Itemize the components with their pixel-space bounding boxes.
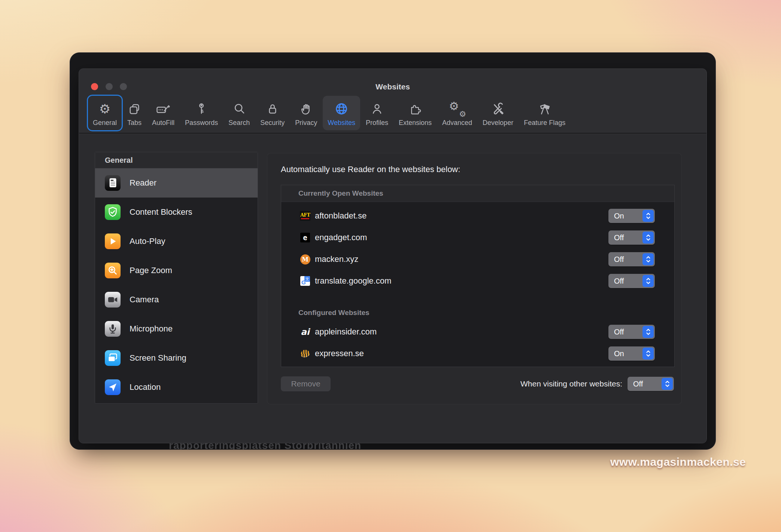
- website-row-aftonbladet.se[interactable]: AFT aftonbladet.se On: [281, 205, 674, 227]
- reader-select-translate.google.com[interactable]: Off: [608, 274, 655, 288]
- when-visiting-dropdown[interactable]: Off: [627, 377, 674, 391]
- sidebar-item-auto-play[interactable]: Auto-Play: [95, 227, 258, 256]
- website-row-expressen.se[interactable]: expressen.se On: [281, 343, 674, 364]
- website-row-translate.google.com[interactable]: G文 translate.google.com Off: [281, 270, 674, 292]
- toolbar-tab-label: Advanced: [442, 119, 472, 127]
- website-name: appleinsider.com: [315, 327, 608, 337]
- remove-button[interactable]: Remove: [281, 376, 331, 391]
- microphone-app-icon: [105, 321, 121, 337]
- sidebar-header: General: [95, 152, 258, 168]
- sidebar-item-label: Camera: [130, 295, 159, 305]
- sidebar-item-label: Auto-Play: [130, 236, 165, 246]
- website-row-appleinsider.com[interactable]: ai appleinsider.com Off: [281, 321, 674, 343]
- toolbar-tab-label: Feature Flags: [524, 119, 565, 127]
- toolbar-tab-label: General: [93, 119, 117, 127]
- key-icon: [195, 102, 208, 116]
- google-translate-favicon: G文: [300, 276, 310, 286]
- dropdown-value: On: [608, 349, 642, 358]
- when-visiting-label: When visiting other websites:: [520, 379, 622, 388]
- globe-icon: [334, 101, 349, 116]
- panel-bottom-bar: Remove When visiting other websites: Off: [281, 376, 674, 392]
- reader-select-aftonbladet.se[interactable]: On: [608, 209, 655, 223]
- website-name: expressen.se: [315, 349, 608, 358]
- website-name: aftonbladet.se: [315, 211, 608, 221]
- sidebar-item-camera[interactable]: Camera: [95, 285, 258, 314]
- sidebar-item-reader[interactable]: Reader: [95, 168, 258, 198]
- appleinsider-favicon: ai: [301, 328, 309, 336]
- screen-sharing-app-icon: [105, 350, 121, 366]
- section-label: Configured Websites: [281, 305, 674, 321]
- tabs-icon: [128, 102, 141, 116]
- toolbar-tab-passwords[interactable]: Passwords: [180, 96, 223, 130]
- location-app-icon: [105, 379, 121, 395]
- lock-icon: [266, 102, 279, 116]
- website-row-macken.xyz[interactable]: M macken.xyz Off: [281, 248, 674, 270]
- toolbar-tab-profiles[interactable]: Profiles: [361, 96, 393, 130]
- auto-play-app-icon: [105, 233, 121, 249]
- sidebar-item-screen-sharing[interactable]: Screen Sharing: [95, 343, 258, 373]
- stepper-chevrons-icon: [645, 211, 651, 220]
- toolbar-tab-label: Websites: [328, 119, 355, 127]
- sidebar-list: Reader Content Blockers Auto-Play Page Z…: [95, 168, 258, 402]
- tools-icon: [491, 102, 505, 116]
- toolbar-tab-label: Privacy: [295, 119, 317, 127]
- toolbar-tab-extensions[interactable]: Extensions: [394, 96, 437, 130]
- website-name: translate.google.com: [315, 276, 608, 286]
- sidebar-item-location[interactable]: Location: [95, 373, 258, 402]
- sidebar-item-label: Content Blockers: [130, 207, 192, 217]
- toolbar-tab-developer[interactable]: Developer: [478, 96, 518, 130]
- toolbar-tab-security[interactable]: Security: [255, 96, 289, 130]
- macken-favicon: M: [300, 254, 310, 265]
- reader-select-macken.xyz[interactable]: Off: [608, 252, 655, 266]
- sidebar-item-page-zoom[interactable]: Page Zoom: [95, 256, 258, 285]
- reader-select-appleinsider.com[interactable]: Off: [608, 325, 655, 339]
- website-name: macken.xyz: [315, 254, 608, 264]
- gear-icon: ⚙: [99, 103, 110, 115]
- toolbar-tab-label: Profiles: [366, 119, 388, 127]
- sidebar-item-content-blockers[interactable]: Content Blockers: [95, 198, 258, 227]
- toolbar-tab-websites[interactable]: Websites: [323, 96, 360, 130]
- website-row-engadget.com[interactable]: e engadget.com Off: [281, 227, 674, 248]
- sidebar-item-label: Location: [130, 382, 161, 392]
- toolbar-tab-advanced[interactable]: ⚙⚙ Advanced: [437, 96, 477, 130]
- titlebar[interactable]: Websites: [79, 69, 706, 96]
- camera-app-icon: [105, 292, 121, 308]
- dropdown-stepper: [642, 232, 654, 244]
- dropdown-stepper: [662, 378, 673, 390]
- reader-select-engadget.com[interactable]: Off: [608, 230, 655, 245]
- reader-select-expressen.se[interactable]: On: [608, 346, 655, 361]
- toolbar-tab-label: Tabs: [127, 119, 142, 127]
- toolbar-tab-search[interactable]: Search: [224, 96, 255, 130]
- window-title: Websites: [79, 82, 706, 91]
- websites-listbox: Currently Open Websites AFT aftonbladet.…: [281, 185, 675, 367]
- engadget-favicon: e: [300, 233, 310, 242]
- toolbar-tab-label: Developer: [483, 119, 513, 127]
- dropdown-stepper: [642, 253, 654, 265]
- sidebar-item-microphone[interactable]: Microphone: [95, 314, 258, 343]
- page-zoom-app-icon: [105, 263, 121, 278]
- toolbar-tab-feature-flags[interactable]: Feature Flags: [519, 96, 570, 130]
- safari-settings-window: Websites ⚙ General Tabs AutoFill Passwor…: [79, 68, 707, 443]
- dropdown-stepper: [642, 348, 654, 360]
- desktop: { "page": { "watermark": "www.magasinmac…: [0, 0, 781, 532]
- stepper-chevrons-icon: [645, 276, 651, 285]
- puzzle-icon: [408, 102, 422, 116]
- toolbar-tab-autofill[interactable]: AutoFill: [147, 96, 179, 130]
- dropdown-stepper: [642, 210, 654, 222]
- toolbar-tab-tabs[interactable]: Tabs: [122, 96, 146, 130]
- dropdown-stepper: [642, 275, 654, 287]
- aftonbladet-favicon: AFT: [300, 211, 310, 221]
- toolbar-tab-privacy[interactable]: Privacy: [290, 96, 322, 130]
- sidebar-item-label: Screen Sharing: [130, 353, 186, 363]
- sidebar-item-label: Reader: [130, 178, 156, 188]
- flags-icon: [537, 102, 553, 116]
- content-blockers-app-icon: [105, 204, 121, 220]
- toolbar-tab-general[interactable]: ⚙ General: [88, 96, 122, 130]
- sidebar: General Reader Content Blockers Auto-Pla…: [95, 152, 258, 404]
- dropdown-stepper: [642, 326, 654, 338]
- toolbar-tab-label: Passwords: [185, 119, 218, 127]
- list-header: Currently Open Websites: [281, 185, 674, 202]
- sidebar-item-label: Microphone: [130, 324, 173, 334]
- person-icon: [370, 102, 384, 116]
- reader-app-icon: [105, 175, 121, 191]
